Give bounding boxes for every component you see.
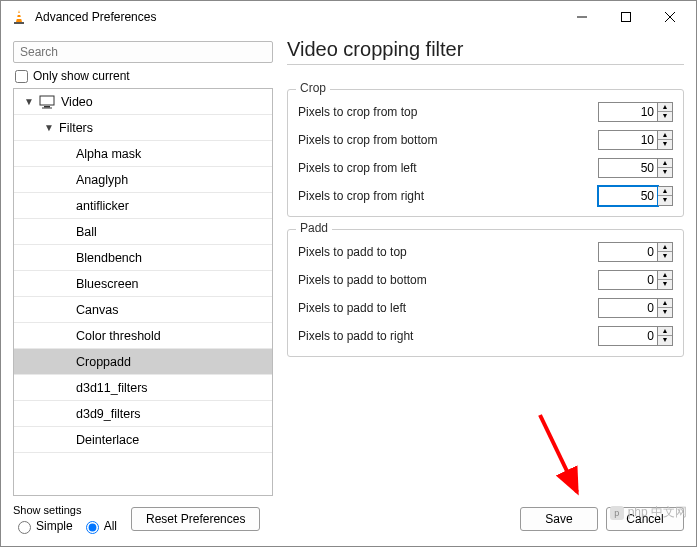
spin-down-icon[interactable]: ▼	[658, 336, 672, 345]
field-label: Pixels to crop from left	[298, 161, 598, 175]
titlebar: Advanced Preferences	[1, 1, 696, 33]
reset-preferences-button[interactable]: Reset Preferences	[131, 507, 260, 531]
spin-down-icon[interactable]: ▼	[658, 140, 672, 149]
minimize-button[interactable]	[560, 3, 604, 31]
tree-item[interactable]: Ball	[14, 219, 272, 245]
vlc-icon	[11, 9, 27, 25]
tree-item[interactable]: Color threshold	[14, 323, 272, 349]
tree-item[interactable]: Canvas	[14, 297, 272, 323]
close-button[interactable]	[648, 3, 692, 31]
tree-item[interactable]: d3d9_filters	[14, 401, 272, 427]
spin-input[interactable]	[598, 158, 658, 178]
padd-group: Padd Pixels to padd to top▲▼Pixels to pa…	[287, 229, 684, 357]
tree-item-filters[interactable]: ▼ Filters	[14, 115, 272, 141]
spin-up-icon[interactable]: ▲	[658, 243, 672, 252]
search-input[interactable]	[13, 41, 273, 63]
chevron-down-icon: ▼	[42, 122, 56, 133]
field-row: Pixels to crop from right▲▼	[298, 186, 673, 206]
spin-down-icon[interactable]: ▼	[658, 252, 672, 261]
field-label: Pixels to padd to top	[298, 245, 598, 259]
spin-down-icon[interactable]: ▼	[658, 308, 672, 317]
svg-rect-9	[44, 106, 50, 108]
svg-rect-1	[17, 13, 22, 15]
svg-rect-8	[40, 96, 54, 105]
field-label: Pixels to padd to left	[298, 301, 598, 315]
svg-rect-3	[14, 22, 24, 24]
spin-up-icon[interactable]: ▲	[658, 159, 672, 168]
spin-down-icon[interactable]: ▼	[658, 196, 672, 205]
tree-item[interactable]: Deinterlace	[14, 427, 272, 453]
crop-legend: Crop	[296, 81, 330, 95]
tree-item[interactable]: Blendbench	[14, 245, 272, 271]
only-show-current-checkbox[interactable]: Only show current	[13, 69, 273, 83]
spin-input[interactable]	[598, 102, 658, 122]
tree-item[interactable]: Croppadd	[14, 349, 272, 375]
field-row: Pixels to crop from top▲▼	[298, 102, 673, 122]
radio-all[interactable]: All	[81, 518, 117, 534]
svg-rect-2	[16, 17, 23, 19]
tree-item[interactable]: Anaglyph	[14, 167, 272, 193]
spin-input[interactable]	[598, 130, 658, 150]
spin-down-icon[interactable]: ▼	[658, 112, 672, 121]
svg-rect-10	[42, 107, 52, 108]
spin-down-icon[interactable]: ▼	[658, 168, 672, 177]
spin-up-icon[interactable]: ▲	[658, 131, 672, 140]
tree-item[interactable]: Bluescreen	[14, 271, 272, 297]
field-label: Pixels to crop from bottom	[298, 133, 598, 147]
save-button[interactable]: Save	[520, 507, 598, 531]
tree-item[interactable]: antiflicker	[14, 193, 272, 219]
spin-up-icon[interactable]: ▲	[658, 327, 672, 336]
field-row: Pixels to padd to left▲▼	[298, 298, 673, 318]
spin-input[interactable]	[598, 326, 658, 346]
radio-simple[interactable]: Simple	[13, 518, 73, 534]
field-row: Pixels to padd to bottom▲▼	[298, 270, 673, 290]
field-label: Pixels to padd to right	[298, 329, 598, 343]
field-row: Pixels to crop from left▲▼	[298, 158, 673, 178]
spin-input[interactable]	[598, 298, 658, 318]
spin-up-icon[interactable]: ▲	[658, 187, 672, 196]
spin-up-icon[interactable]: ▲	[658, 299, 672, 308]
window-title: Advanced Preferences	[35, 10, 560, 24]
field-label: Pixels to crop from right	[298, 189, 598, 203]
show-settings-label: Show settings	[13, 504, 117, 516]
spin-input[interactable]	[598, 270, 658, 290]
svg-rect-5	[622, 13, 631, 22]
spin-down-icon[interactable]: ▼	[658, 280, 672, 289]
spin-input[interactable]	[598, 242, 658, 262]
monitor-icon	[39, 94, 55, 110]
padd-legend: Padd	[296, 221, 332, 235]
panel-title: Video cropping filter	[287, 38, 684, 61]
spin-input[interactable]	[598, 186, 658, 206]
svg-marker-0	[16, 10, 22, 22]
tree-item[interactable]: Alpha mask	[14, 141, 272, 167]
tree-item-video[interactable]: ▼ Video	[14, 89, 272, 115]
chevron-down-icon: ▼	[22, 96, 36, 107]
panel-divider	[287, 64, 684, 65]
preferences-tree[interactable]: ▼ Video ▼ Filters Alpha maskAnaglyphanti…	[13, 88, 273, 496]
crop-group: Crop Pixels to crop from top▲▼Pixels to …	[287, 89, 684, 217]
field-row: Pixels to crop from bottom▲▼	[298, 130, 673, 150]
tree-item[interactable]: d3d11_filters	[14, 375, 272, 401]
field-label: Pixels to crop from top	[298, 105, 598, 119]
spin-up-icon[interactable]: ▲	[658, 103, 672, 112]
field-row: Pixels to padd to top▲▼	[298, 242, 673, 262]
field-row: Pixels to padd to right▲▼	[298, 326, 673, 346]
maximize-button[interactable]	[604, 3, 648, 31]
spin-up-icon[interactable]: ▲	[658, 271, 672, 280]
cancel-button[interactable]: Cancel	[606, 507, 684, 531]
field-label: Pixels to padd to bottom	[298, 273, 598, 287]
